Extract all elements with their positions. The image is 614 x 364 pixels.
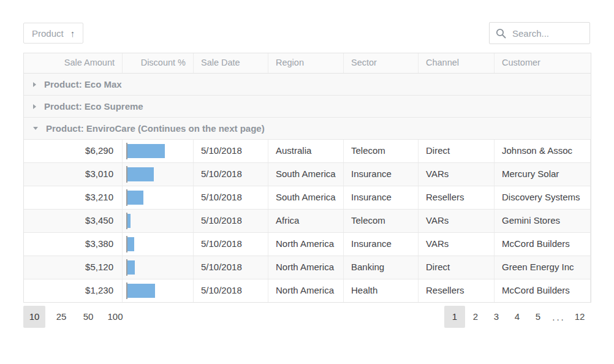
cell-discount-bar: [123, 256, 194, 279]
cell-region: North America: [268, 279, 344, 302]
cell-region: South America: [268, 186, 344, 209]
cell-channel: Resellers: [419, 279, 495, 302]
cell-sale-amount: $1,230: [24, 279, 123, 302]
cell-channel: VARs: [419, 163, 495, 186]
expand-group-icon[interactable]: [33, 104, 36, 109]
cell-sector: Insurance: [344, 163, 419, 186]
cell-customer: Green Energy Inc: [495, 256, 591, 279]
cell-discount-bar: [123, 279, 194, 302]
page-size-10[interactable]: 10: [23, 306, 45, 328]
cell-sector: Banking: [344, 256, 419, 279]
cell-region: North America: [268, 256, 344, 279]
table-row: $3,0105/10/2018South AmericaInsuranceVAR…: [24, 163, 591, 186]
cell-sale-amount: $3,010: [24, 163, 123, 186]
discount-bar: [127, 144, 165, 158]
cell-customer: Discovery Systems: [495, 186, 591, 209]
data-grid: Sale AmountDiscount %Sale DateRegionSect…: [23, 53, 591, 303]
cell-customer: Gemini Stores: [495, 210, 591, 232]
group-row-label: Product: Eco Supreme: [44, 101, 143, 112]
cell-sector: Telecom: [344, 140, 419, 162]
cell-discount-bar: [123, 210, 194, 232]
page-size-50[interactable]: 50: [77, 306, 99, 328]
cell-channel: Direct: [419, 140, 495, 162]
search-input[interactable]: [511, 28, 585, 39]
cell-sector: Health: [344, 279, 419, 302]
page-navigator: 12345...12: [444, 306, 590, 328]
cell-region: South America: [268, 163, 344, 186]
pager: 102550100 12345...12: [23, 306, 590, 328]
search-box[interactable]: [489, 22, 590, 44]
page-size-25[interactable]: 25: [50, 306, 72, 328]
group-panel-chip-product[interactable]: Product ↑: [23, 23, 83, 44]
grid-body: Product: Eco MaxProduct: Eco SupremeProd…: [24, 74, 591, 302]
cell-channel: Direct: [419, 256, 495, 279]
search-icon: [496, 28, 506, 39]
cell-sector: Telecom: [344, 210, 419, 232]
group-row-label: Product: EnviroCare (Continues on the ne…: [46, 123, 265, 134]
column-header-sector[interactable]: Sector: [344, 53, 419, 73]
column-header-sale-date[interactable]: Sale Date: [194, 53, 268, 73]
cell-sale-amount: $3,380: [24, 233, 123, 256]
cell-sale-amount: $5,120: [24, 256, 123, 279]
cell-sale-date: 5/10/2018: [194, 279, 268, 302]
discount-bar: [127, 284, 155, 298]
cell-sector: Insurance: [344, 186, 419, 209]
cell-region: North America: [268, 233, 344, 256]
cell-sale-date: 5/10/2018: [194, 186, 268, 209]
cell-region: Africa: [268, 210, 344, 232]
discount-bar: [127, 167, 154, 181]
cell-customer: McCord Builders: [495, 233, 591, 256]
grid-header-row: Sale AmountDiscount %Sale DateRegionSect…: [24, 53, 591, 74]
table-row: $5,1205/10/2018North AmericaBankingDirec…: [24, 256, 591, 279]
cell-sale-date: 5/10/2018: [194, 163, 268, 186]
group-row[interactable]: Product: EnviroCare (Continues on the ne…: [24, 118, 591, 140]
cell-channel: VARs: [419, 233, 495, 256]
cell-channel: VARs: [419, 210, 495, 232]
group-row-label: Product: Eco Max: [44, 79, 122, 89]
table-row: $6,2905/10/2018AustraliaTelecomDirectJoh…: [24, 140, 591, 163]
cell-discount-bar: [123, 186, 194, 209]
discount-bar: [127, 237, 134, 251]
page-12[interactable]: 12: [569, 306, 590, 328]
table-row: $3,4505/10/2018AfricaTelecomVARsGemini S…: [24, 210, 591, 233]
page-size-100[interactable]: 100: [104, 306, 126, 328]
cell-customer: McCord Builders: [495, 279, 591, 302]
cell-sale-amount: $6,290: [24, 140, 123, 162]
page-4[interactable]: 4: [507, 306, 528, 328]
cell-discount-bar: [123, 163, 194, 186]
cell-sale-date: 5/10/2018: [194, 140, 268, 162]
page-5[interactable]: 5: [528, 306, 548, 328]
cell-sale-amount: $3,450: [24, 210, 123, 232]
cell-region: Australia: [268, 140, 344, 162]
pager-ellipsis: ...: [548, 312, 569, 322]
page-3[interactable]: 3: [486, 306, 507, 328]
sort-ascending-icon: ↑: [70, 29, 75, 38]
collapse-group-icon[interactable]: [33, 127, 38, 130]
page-2[interactable]: 2: [465, 306, 486, 328]
page-size-selector: 102550100: [23, 306, 126, 328]
table-row: $3,2105/10/2018South AmericaInsuranceRes…: [24, 186, 591, 210]
column-header-sale-amount[interactable]: Sale Amount: [24, 53, 123, 73]
cell-sale-date: 5/10/2018: [194, 256, 268, 279]
cell-customer: Mercury Solar: [495, 163, 591, 186]
column-header-discount[interactable]: Discount %: [123, 53, 194, 73]
table-row: $3,3805/10/2018North AmericaInsuranceVAR…: [24, 233, 591, 256]
cell-channel: Resellers: [419, 186, 495, 209]
expand-group-icon[interactable]: [33, 82, 36, 87]
group-row[interactable]: Product: Eco Supreme: [24, 96, 591, 118]
page-1[interactable]: 1: [444, 306, 465, 328]
grid-toolbar: Product ↑: [23, 22, 590, 44]
discount-bar: [127, 191, 143, 205]
group-row[interactable]: Product: Eco Max: [24, 74, 591, 96]
column-header-region[interactable]: Region: [268, 53, 344, 73]
discount-bar: [127, 214, 131, 228]
column-header-customer[interactable]: Customer: [495, 53, 591, 73]
cell-discount-bar: [123, 140, 194, 162]
cell-sale-date: 5/10/2018: [194, 233, 268, 256]
cell-sector: Insurance: [344, 233, 419, 256]
discount-bar: [127, 260, 135, 275]
group-chip-label: Product: [32, 28, 64, 39]
table-row: $1,2305/10/2018North AmericaHealthResell…: [24, 279, 591, 302]
cell-customer: Johnson & Assoc: [495, 140, 591, 162]
column-header-channel[interactable]: Channel: [419, 53, 495, 73]
